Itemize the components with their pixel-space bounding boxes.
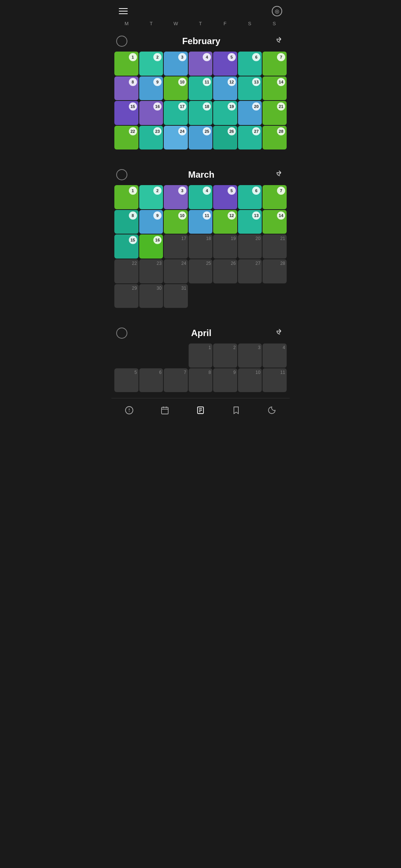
day-cell-march-16[interactable]: 16 (139, 234, 163, 259)
day-badge-february-18: 18 (203, 102, 211, 111)
day-cell-march-20[interactable]: 20 (238, 234, 262, 259)
day-cell-march-12[interactable]: 12 (213, 210, 237, 234)
day-cell-march-15[interactable]: 15 (114, 234, 138, 259)
day-number-march-31: 31 (181, 286, 186, 291)
day-cell-april-2[interactable]: 2 (213, 343, 237, 368)
day-cell-march-30[interactable]: 30 (139, 284, 163, 308)
day-cell-february-16[interactable]: 16 (139, 101, 163, 125)
day-cell-february-2[interactable]: 2 (139, 52, 163, 76)
day-header-mon: M (114, 21, 139, 26)
day-cell-march-10[interactable]: 10 (164, 210, 188, 234)
day-cell-february-19[interactable]: 19 (213, 101, 237, 125)
day-cell-april-11[interactable]: 11 (263, 368, 287, 392)
empty-cell (238, 284, 262, 308)
day-cell-february-21[interactable]: 21 (263, 101, 287, 125)
share-button-february[interactable] (275, 36, 285, 46)
day-cell-march-2[interactable]: 2 (139, 185, 163, 209)
nav-moon[interactable] (264, 403, 279, 418)
day-badge-february-23: 23 (153, 127, 162, 135)
day-cell-february-4[interactable]: 4 (189, 52, 213, 76)
nav-calendar[interactable] (157, 403, 172, 418)
day-cell-february-28[interactable]: 28 (263, 126, 287, 150)
day-cell-february-27[interactable]: 27 (238, 126, 262, 150)
share-button-april[interactable] (275, 328, 285, 338)
day-cell-february-15[interactable]: 15 (114, 101, 138, 125)
day-cell-april-5[interactable]: 5 (114, 368, 138, 392)
day-badge-march-15: 15 (129, 236, 137, 244)
day-number-march-30: 30 (157, 286, 162, 291)
day-cell-february-1[interactable]: 1 (114, 52, 138, 76)
day-cell-february-8[interactable]: 8 (114, 76, 138, 101)
day-badge-march-7: 7 (277, 187, 285, 195)
day-cell-march-9[interactable]: 9 (139, 210, 163, 234)
day-cell-april-1[interactable]: 1 (189, 343, 213, 368)
day-cell-april-10[interactable]: 10 (238, 368, 262, 392)
day-cell-march-31[interactable]: 31 (164, 284, 188, 308)
nav-compass[interactable] (122, 403, 137, 418)
month-section-april: April 1234567891011 (111, 321, 290, 398)
day-number-april-11: 11 (280, 370, 285, 375)
day-cell-march-25[interactable]: 25 (189, 259, 213, 283)
day-cell-february-26[interactable]: 26 (213, 126, 237, 150)
day-cell-march-17[interactable]: 17 (164, 234, 188, 259)
day-cell-april-8[interactable]: 8 (189, 368, 213, 392)
day-cell-march-13[interactable]: 13 (238, 210, 262, 234)
day-cell-march-14[interactable]: 14 (263, 210, 287, 234)
day-cell-march-5[interactable]: 5 (213, 185, 237, 209)
day-cell-march-24[interactable]: 24 (164, 259, 188, 283)
day-cell-april-4[interactable]: 4 (263, 343, 287, 368)
day-cell-march-7[interactable]: 7 (263, 185, 287, 209)
day-cell-march-21[interactable]: 21 (263, 234, 287, 259)
day-cell-march-1[interactable]: 1 (114, 185, 138, 209)
day-number-april-3: 3 (258, 345, 261, 350)
day-cell-april-3[interactable]: 3 (238, 343, 262, 368)
eye-button[interactable] (272, 6, 282, 16)
day-cell-february-12[interactable]: 12 (213, 76, 237, 101)
day-cell-february-9[interactable]: 9 (139, 76, 163, 101)
day-badge-march-5: 5 (228, 187, 236, 195)
day-cell-march-29[interactable]: 29 (114, 284, 138, 308)
day-badge-february-28: 28 (277, 127, 285, 135)
day-cell-february-20[interactable]: 20 (238, 101, 262, 125)
day-badge-march-10: 10 (178, 211, 186, 220)
day-cell-april-9[interactable]: 9 (213, 368, 237, 392)
day-cell-february-25[interactable]: 25 (189, 126, 213, 150)
day-cell-march-11[interactable]: 11 (189, 210, 213, 234)
day-cell-february-18[interactable]: 18 (189, 101, 213, 125)
day-cell-april-7[interactable]: 7 (164, 368, 188, 392)
day-cell-february-7[interactable]: 7 (263, 52, 287, 76)
day-cell-march-28[interactable]: 28 (263, 259, 287, 283)
day-cell-february-5[interactable]: 5 (213, 52, 237, 76)
day-cell-march-22[interactable]: 22 (114, 259, 138, 283)
day-cell-february-22[interactable]: 22 (114, 126, 138, 150)
day-cell-february-17[interactable]: 17 (164, 101, 188, 125)
day-cell-march-3[interactable]: 3 (164, 185, 188, 209)
nav-notes[interactable] (193, 403, 208, 418)
day-cell-march-23[interactable]: 23 (139, 259, 163, 283)
day-cell-february-14[interactable]: 14 (263, 76, 287, 101)
day-cell-february-13[interactable]: 13 (238, 76, 262, 101)
day-cell-february-11[interactable]: 11 (189, 76, 213, 101)
day-cell-march-8[interactable]: 8 (114, 210, 138, 234)
day-cell-march-4[interactable]: 4 (189, 185, 213, 209)
month-header-february: February (114, 32, 287, 52)
day-cell-march-6[interactable]: 6 (238, 185, 262, 209)
day-cell-march-27[interactable]: 27 (238, 259, 262, 283)
day-cell-february-6[interactable]: 6 (238, 52, 262, 76)
day-cell-march-18[interactable]: 18 (189, 234, 213, 259)
day-badge-march-14: 14 (277, 211, 285, 220)
day-cell-april-6[interactable]: 6 (139, 368, 163, 392)
day-cell-march-19[interactable]: 19 (213, 234, 237, 259)
day-cell-february-10[interactable]: 10 (164, 76, 188, 101)
day-cell-february-23[interactable]: 23 (139, 126, 163, 150)
share-button-march[interactable] (275, 170, 285, 180)
day-badge-february-20: 20 (252, 102, 260, 111)
day-badge-february-7: 7 (277, 53, 285, 61)
nav-bookmarks[interactable] (229, 403, 244, 418)
day-badge-february-17: 17 (178, 102, 186, 111)
menu-button[interactable] (119, 8, 128, 14)
day-cell-february-3[interactable]: 3 (164, 52, 188, 76)
day-cell-march-26[interactable]: 26 (213, 259, 237, 283)
month-title-april: April (191, 328, 212, 338)
day-cell-february-24[interactable]: 24 (164, 126, 188, 150)
